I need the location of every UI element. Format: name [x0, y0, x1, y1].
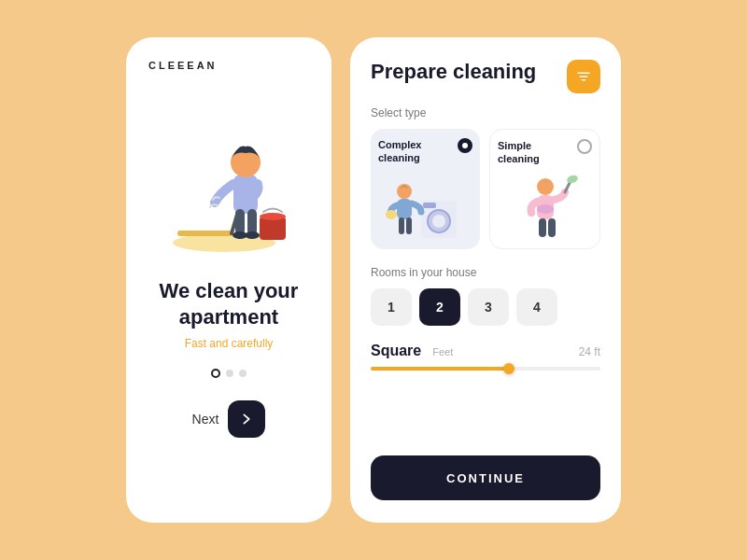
right-card: Prepare cleaning Select type Complexclea…: [350, 37, 621, 523]
mopping-illustration: [149, 86, 308, 263]
next-row: Next: [192, 400, 266, 438]
type-card-simple[interactable]: Simplecleaning: [489, 129, 600, 249]
svg-point-9: [245, 231, 260, 239]
right-header: Prepare cleaning: [371, 60, 600, 93]
logo: CLEEEAN: [141, 60, 218, 71]
svg-rect-7: [247, 209, 257, 235]
svg-point-18: [397, 184, 412, 199]
type-name-simple: Simplecleaning: [498, 139, 540, 166]
square-section: Square Feet 24 ft: [371, 343, 600, 371]
svg-rect-17: [423, 203, 436, 208]
square-unit: Feet: [432, 346, 453, 357]
slider-thumb[interactable]: [503, 363, 514, 374]
square-value: 24 ft: [579, 345, 600, 358]
svg-rect-12: [580, 76, 588, 77]
type-card-complex[interactable]: Complexcleaning: [371, 129, 480, 249]
room-btn-1[interactable]: 1: [371, 288, 412, 326]
rooms-label: Rooms in your house: [371, 266, 600, 279]
next-label: Next: [192, 412, 219, 427]
svg-rect-20: [399, 217, 404, 234]
continue-button[interactable]: CONTINUE: [371, 455, 600, 500]
room-btn-3[interactable]: 3: [468, 288, 509, 326]
svg-point-16: [432, 215, 445, 228]
svg-rect-28: [539, 218, 546, 237]
type-name-complex: Complexcleaning: [378, 138, 421, 165]
square-header: Square Feet 24 ft: [371, 343, 600, 359]
pagination-dots: [211, 369, 247, 378]
dot-1: [211, 369, 220, 378]
svg-rect-6: [235, 209, 245, 235]
svg-rect-11: [577, 73, 590, 75]
slider-track[interactable]: [371, 367, 600, 371]
right-card-title: Prepare cleaning: [371, 60, 536, 84]
room-btn-4[interactable]: 4: [516, 288, 557, 326]
simple-cleaning-illustration: [503, 174, 587, 248]
left-card: CLEEEAN We clean your apartment Fast and…: [126, 37, 331, 523]
select-type-label: Select type: [371, 106, 600, 119]
room-btn-2[interactable]: 2: [419, 288, 460, 326]
svg-rect-1: [177, 231, 233, 236]
svg-point-27: [565, 174, 578, 185]
rooms-row: 1 2 3 4: [371, 288, 600, 326]
square-title: Square: [371, 343, 421, 359]
dot-2: [226, 370, 233, 377]
svg-point-4: [260, 213, 286, 220]
type-row: Complexcleaning: [371, 129, 600, 249]
next-button[interactable]: [228, 400, 265, 438]
dot-3: [239, 370, 247, 377]
left-card-title: We clean your apartment: [141, 278, 317, 329]
svg-rect-29: [548, 218, 556, 237]
slider-fill: [371, 367, 509, 371]
radio-complex: [458, 138, 472, 153]
radio-simple: [577, 139, 592, 154]
svg-rect-21: [406, 217, 412, 234]
filter-button[interactable]: [567, 60, 600, 93]
filter-icon: [575, 68, 592, 85]
left-card-subtitle: Fast and carefully: [185, 337, 274, 350]
svg-point-25: [537, 204, 554, 214]
complex-cleaning-illustration: [384, 173, 468, 247]
arrow-right-icon: [239, 412, 254, 427]
svg-point-22: [386, 210, 397, 219]
svg-point-23: [537, 178, 554, 195]
svg-rect-13: [582, 79, 586, 81]
